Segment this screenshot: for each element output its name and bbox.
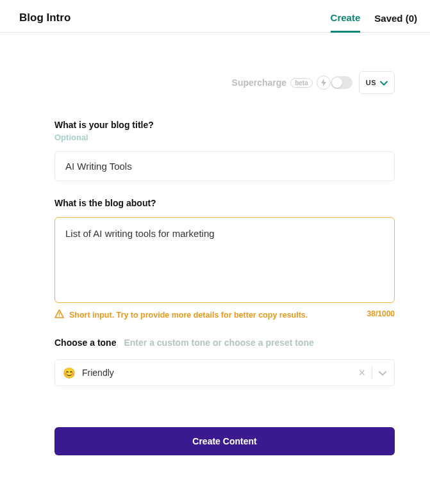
char-count: 38/1000 — [367, 309, 395, 318]
warning-text: Short input. Try to provide more details… — [69, 311, 308, 320]
about-textarea-wrap[interactable] — [54, 217, 395, 303]
title-field-group: What is your blog title? Optional — [54, 120, 395, 181]
warning-icon — [54, 309, 64, 321]
svg-rect-1 — [59, 316, 60, 316]
tab-saved[interactable]: Saved (0) — [374, 13, 417, 31]
svg-rect-0 — [59, 313, 60, 314]
about-warning-row: Short input. Try to provide more details… — [54, 309, 395, 321]
form-content: Supercharge beta US What is your blog ti… — [0, 33, 430, 455]
tone-controls: × — [358, 366, 386, 379]
tone-select[interactable]: 😊 Friendly × — [54, 359, 395, 386]
bolt-icon — [317, 76, 331, 90]
create-content-button[interactable]: Create Content — [54, 427, 395, 455]
tone-value: Friendly — [82, 368, 114, 378]
tone-header: Choose a tone Enter a custom tone or cho… — [54, 337, 395, 350]
close-icon[interactable]: × — [358, 367, 365, 378]
tone-label: Choose a tone — [54, 337, 116, 348]
divider — [372, 366, 372, 379]
chevron-down-icon[interactable] — [379, 367, 386, 378]
blog-about-textarea[interactable] — [65, 228, 384, 289]
about-field-group: What is the blog about? Short input. Try… — [54, 198, 395, 321]
tone-emoji-icon: 😊 — [63, 367, 76, 379]
tone-field-group: Choose a tone Enter a custom tone or cho… — [54, 337, 395, 386]
top-toolbar: Supercharge beta US — [54, 71, 395, 94]
tone-value-wrap: 😊 Friendly — [63, 367, 358, 379]
title-sublabel: Optional — [54, 133, 395, 142]
supercharge-toggle-group: Supercharge beta — [232, 76, 352, 90]
tab-create[interactable]: Create — [331, 12, 361, 33]
region-code: US — [366, 79, 376, 86]
supercharge-toggle[interactable] — [331, 76, 352, 89]
header: Blog Intro Create Saved (0) — [0, 0, 430, 33]
tabs: Create Saved (0) — [331, 12, 417, 24]
title-label: What is your blog title? — [54, 120, 395, 130]
beta-badge: beta — [290, 78, 313, 88]
region-select[interactable]: US — [359, 71, 395, 94]
supercharge-label: Supercharge — [232, 77, 287, 88]
page-title: Blog Intro — [19, 12, 70, 24]
blog-title-input[interactable] — [54, 151, 395, 181]
chevron-down-icon — [380, 77, 388, 88]
toggle-knob — [332, 77, 342, 88]
about-label: What is the blog about? — [54, 198, 395, 208]
tone-placeholder: Enter a custom tone or choose a preset t… — [124, 337, 313, 348]
warning-left: Short input. Try to provide more details… — [54, 309, 308, 321]
